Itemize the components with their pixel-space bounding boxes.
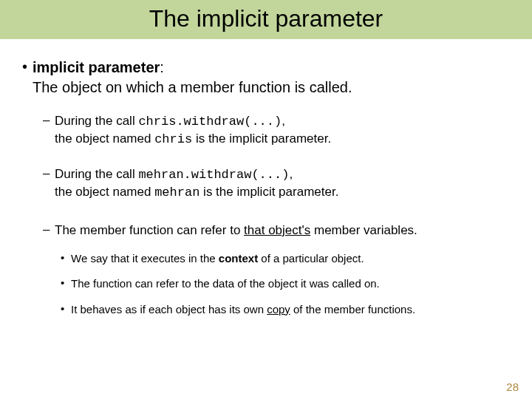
- definition-bullet: • implicit parameter:: [22, 58, 510, 77]
- slide-content: • implicit parameter: The object on whic…: [0, 39, 532, 316]
- refer-bullet: – The member function can refer to that …: [43, 222, 510, 239]
- page-number: 28: [506, 381, 519, 393]
- title-bar: The implicit parameter: [0, 0, 532, 39]
- example-1: – During the call chris.withdraw(...),: [43, 113, 510, 131]
- sub-bullet-2: • The function can refer to the data of …: [61, 276, 510, 291]
- sub-bullet-3: • It behaves as if each object has its o…: [61, 302, 510, 317]
- slide-title: The implicit parameter: [0, 5, 532, 33]
- sub-bullet-1: • We say that it executes in the context…: [61, 251, 510, 266]
- example-1-line2: the object named chris is the implicit p…: [55, 131, 510, 149]
- term: implicit parameter: [33, 59, 160, 75]
- definition-desc: The object on which a member function is…: [33, 78, 510, 97]
- example-2: – During the call mehran.withdraw(...),: [43, 166, 510, 184]
- example-2-line2: the object named mehran is the implicit …: [55, 184, 510, 202]
